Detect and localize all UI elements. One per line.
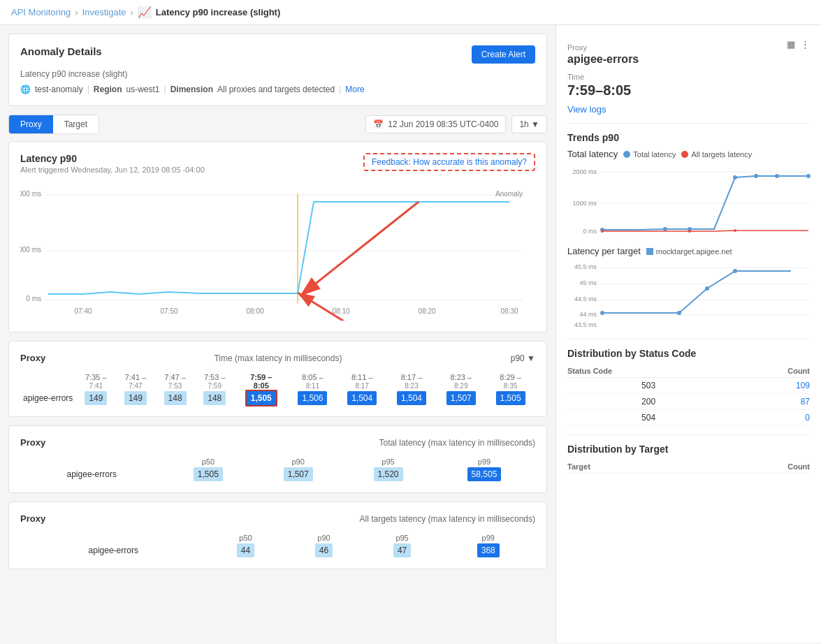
all-targets-table: p50 p90 p95 p99 apigee-errors 44 46 47 3…	[20, 532, 535, 557]
svg-point-29	[775, 174, 779, 178]
right-panel: Proxy apigee-errors Time 7:59–8:05 View …	[555, 25, 821, 643]
total-latency-table: p50 p90 p95 p99 apigee-errors 1,505 1,50…	[20, 456, 535, 481]
legend-target-text: mocktarget.apigee.net	[656, 247, 732, 256]
cell-1505-p50: 1,505	[163, 467, 253, 481]
trend-icon: 📈	[138, 6, 152, 19]
p90-dropdown[interactable]: p90 ▼	[511, 353, 535, 363]
region-label: Region	[94, 85, 122, 94]
breadcrumb-investigate[interactable]: Investigate	[82, 7, 126, 17]
anomaly-meta: 🌐 test-anomaly | Region us-west1 | Dimen…	[20, 85, 535, 94]
calendar-icon: 📅	[373, 119, 384, 129]
col-8:23: 8:23 –8:29	[436, 372, 486, 391]
region-value: us-west1	[126, 85, 160, 94]
cell-1504-2: 1,504	[387, 391, 437, 405]
more-options-icon[interactable]: ⋮	[801, 39, 810, 50]
anomaly-details-card: Anomaly Details Create Alert Latency p90…	[8, 34, 547, 106]
count-504: 0	[729, 410, 810, 426]
col-p95-2: p95	[363, 532, 442, 543]
cell-1507: 1,507	[436, 391, 486, 405]
svg-text:07:40: 07:40	[74, 307, 92, 315]
dist-status-header: Status Code Count	[567, 365, 810, 378]
proxy-time-table: 7:35 –7:41 7:41 –7:47 7:47 –7:53 7:53 –7…	[20, 372, 535, 405]
chart-subtitle: Alert triggered Wednesday, Jun 12, 2019 …	[20, 166, 205, 174]
legend-target-square	[646, 248, 653, 255]
tab-target[interactable]: Target	[53, 115, 99, 133]
cell-1520-p95: 1,520	[343, 467, 433, 481]
proxy-time-table-card: Proxy Time (max latency in milliseconds)…	[8, 341, 547, 417]
tab-row: Proxy Target 📅 12 Jun 2019 08:35 UTC-040…	[8, 115, 547, 134]
col-p99: p99	[433, 456, 535, 467]
total-latency-section: Total latency Total latency All targets …	[567, 149, 810, 159]
svg-point-30	[806, 174, 811, 178]
create-alert-button[interactable]: Create Alert	[472, 45, 535, 64]
svg-text:2000 ms: 2000 ms	[20, 190, 41, 198]
rp-proxy-value: apigee-errors	[567, 53, 639, 66]
dimension-value: All proxies and targets detected	[217, 85, 335, 94]
cell-1507-p90: 1,507	[253, 467, 343, 481]
breadcrumb-api-monitoring[interactable]: API Monitoring	[11, 7, 71, 17]
cell-148-1: 148	[155, 391, 195, 405]
more-link[interactable]: More	[345, 85, 364, 94]
breadcrumb-sep-2: ›	[130, 7, 133, 17]
svg-text:08:30: 08:30	[500, 307, 518, 315]
dist-target-table: Target Count	[567, 460, 810, 474]
svg-text:45 ms: 45 ms	[579, 279, 597, 286]
rp-time-label: Time	[567, 73, 639, 81]
time-range-value: 1h	[519, 119, 528, 129]
svg-point-45	[705, 286, 709, 291]
latency-per-target-chart: 45.5 ms 45 ms 44.5 ms 44 ms 43.5 ms	[567, 261, 812, 330]
svg-text:1000 ms: 1000 ms	[572, 200, 597, 207]
cell-149-1: 149	[76, 391, 116, 405]
proxy-label-total: apigee-errors	[20, 467, 163, 481]
svg-text:08:00: 08:00	[246, 307, 263, 315]
svg-text:Anomaly: Anomaly	[495, 190, 523, 198]
list-item: 200 87	[567, 394, 810, 410]
total-latency-table-header: Proxy Total latency (max latency in mill…	[20, 437, 535, 448]
bar-chart-icon[interactable]: ▦	[787, 39, 795, 50]
proxy-time-table-header: Proxy Time (max latency in milliseconds)…	[20, 353, 535, 363]
all-targets-subtitle: All targets latency (max latency in mill…	[360, 514, 535, 524]
time-range-button[interactable]: 1h ▼	[511, 115, 547, 133]
date-controls: 📅 12 Jun 2019 08:35 UTC-0400 1h ▼	[365, 115, 547, 133]
dropdown-icon: ▼	[531, 119, 539, 129]
rp-icons-row: ▦ ⋮	[787, 39, 810, 50]
col-p90: p90	[253, 456, 343, 467]
all-targets-proxy-label: Proxy	[20, 513, 45, 524]
table-row: apigee-errors 44 46 47 368	[20, 543, 535, 557]
cell-149-2: 149	[116, 391, 156, 405]
anomaly-subtitle: Latency p90 increase (slight)	[20, 69, 535, 79]
svg-text:2000 ms: 2000 ms	[572, 168, 597, 175]
latency-chart-card: Latency p90 Alert triggered Wednesday, J…	[8, 141, 547, 332]
cell-368-p99: 368	[442, 543, 535, 557]
cell-148-2: 148	[195, 391, 235, 405]
col-p90-2: p90	[285, 532, 363, 543]
date-picker-button[interactable]: 📅 12 Jun 2019 08:35 UTC-0400	[365, 115, 506, 133]
svg-line-14	[298, 293, 422, 321]
status-503: 503	[567, 378, 729, 394]
svg-point-27	[733, 175, 737, 180]
col-target: Target	[567, 460, 690, 474]
svg-text:07:50: 07:50	[160, 307, 177, 315]
chart-wrapper: 2000 ms 1000 ms 0 ms 07:40 07:50 08:00 0…	[20, 181, 535, 321]
view-logs-link[interactable]: View logs	[567, 104, 606, 115]
svg-point-43	[600, 311, 604, 315]
col-count: Count	[729, 365, 810, 378]
count-503: 109	[729, 378, 810, 394]
cell-47-p95: 47	[363, 543, 442, 557]
svg-text:43.5 ms: 43.5 ms	[574, 321, 597, 328]
dist-target-title: Distribution by Target	[567, 444, 810, 455]
anomaly-header: Anomaly Details Create Alert	[20, 45, 535, 64]
svg-text:45.5 ms: 45.5 ms	[574, 263, 597, 270]
proxy-time-table-proxy-label: Proxy	[20, 353, 45, 363]
col-7:35: 7:35 –7:41	[76, 372, 116, 391]
svg-text:1000 ms: 1000 ms	[20, 246, 41, 254]
col-8:11: 8:11 –8:17	[337, 372, 387, 391]
cell-44-p50: 44	[207, 543, 285, 557]
tab-proxy[interactable]: Proxy	[9, 115, 53, 133]
dimension-label: Dimension	[170, 85, 213, 94]
main-layout: Anomaly Details Create Alert Latency p90…	[0, 25, 821, 643]
feedback-box[interactable]: Feedback: How accurate is this anomaly?	[363, 153, 535, 171]
table-row: apigee-errors 1,505 1,507 1,520 58,505	[20, 467, 535, 481]
col-8:05: 8:05 –8:11	[288, 372, 337, 391]
all-targets-header-row: p50 p90 p95 p99	[20, 532, 535, 543]
